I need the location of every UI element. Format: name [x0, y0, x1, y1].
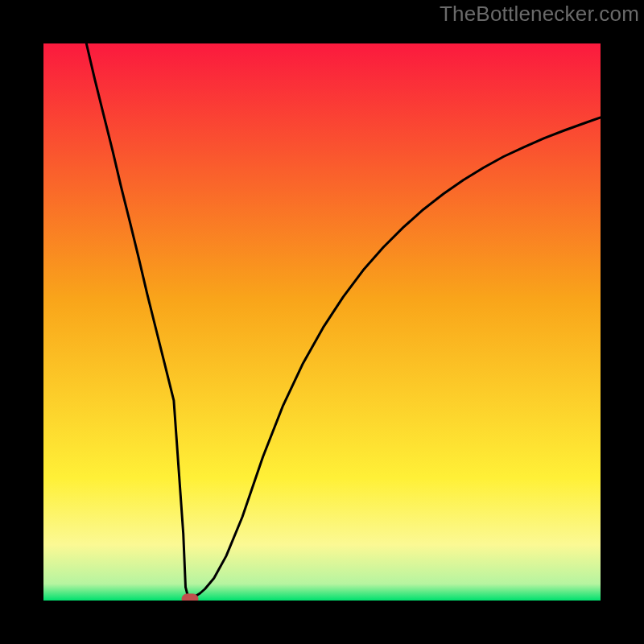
chart-stage: TheBottlenecker.com	[0, 0, 644, 644]
chart-background	[43, 43, 601, 601]
chart-svg	[0, 0, 644, 644]
watermark-label: TheBottlenecker.com	[440, 2, 639, 27]
